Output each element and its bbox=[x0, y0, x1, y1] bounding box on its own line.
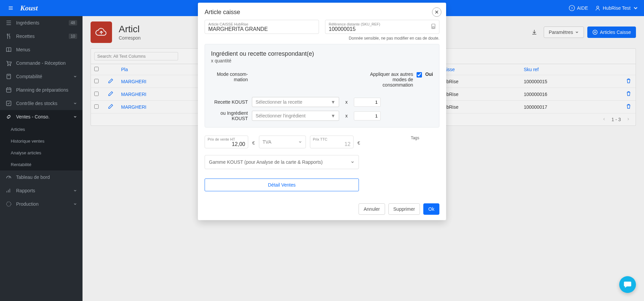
price-ht-field[interactable]: Prix de vente HT 12,00 bbox=[205, 136, 248, 148]
panel-title: Ingrédient ou recette correspondant(e) bbox=[211, 50, 433, 57]
gamme-label: Gamme KOUST (pour Analyse de la carte & … bbox=[209, 159, 323, 165]
close-icon bbox=[435, 10, 439, 14]
apply-yes-label: Oui bbox=[425, 71, 433, 77]
sku-ref-field[interactable]: Référence distante (SKU_REF) 100000015 bbox=[325, 20, 439, 34]
ingredient-label: ou Ingrédient KOUST bbox=[211, 110, 248, 121]
field-label: Référence distante (SKU_REF) bbox=[329, 22, 436, 26]
delete-label: Supprimer bbox=[393, 206, 415, 212]
multiply-symbol: x bbox=[343, 99, 350, 105]
modal-title: Article caisse bbox=[205, 9, 240, 15]
sim-card-icon bbox=[431, 24, 436, 30]
recette-select[interactable]: Sélectionner la recette ▼ bbox=[252, 97, 339, 107]
cancel-button[interactable]: Annuler bbox=[359, 203, 385, 215]
detail-label: Détail Ventes bbox=[268, 182, 296, 188]
tva-label: TVA bbox=[263, 139, 271, 145]
field-label: Prix de vente HT bbox=[208, 137, 245, 141]
field-value: 100000015 bbox=[329, 26, 436, 32]
price-ttc-field: Prix TTC 12 bbox=[310, 136, 354, 148]
multiply-symbol: x bbox=[343, 113, 350, 118]
recette-placeholder: Sélectionner la recette bbox=[256, 99, 302, 105]
currency-symbol: € bbox=[252, 140, 255, 148]
gamme-select[interactable]: Gamme KOUST (pour Analyse de la carte & … bbox=[205, 155, 359, 169]
sku-hint: Donnée sensible, ne pas modifier en cas … bbox=[322, 36, 439, 41]
chat-widget-button[interactable] bbox=[619, 276, 636, 293]
apply-modes-checkbox[interactable] bbox=[417, 72, 422, 78]
tags-label: Tags bbox=[411, 136, 439, 140]
delete-button[interactable]: Supprimer bbox=[388, 203, 420, 215]
ingredient-qty-input[interactable] bbox=[354, 111, 381, 120]
currency-symbol: € bbox=[358, 140, 360, 148]
chat-icon bbox=[623, 280, 632, 289]
ok-button[interactable]: Ok bbox=[423, 203, 439, 215]
modal-backdrop[interactable]: Article caisse Article CAISSE HubRise MA… bbox=[0, 0, 644, 301]
ingredient-select[interactable]: Sélectionner l'ingrédient ▼ bbox=[252, 111, 339, 121]
field-label: Prix TTC bbox=[313, 137, 351, 141]
recette-qty-input[interactable] bbox=[354, 98, 381, 107]
modal: Article caisse Article CAISSE HubRise MA… bbox=[198, 3, 446, 220]
chevron-down-icon bbox=[298, 140, 302, 144]
svg-rect-29 bbox=[433, 27, 434, 28]
field-value: 12 bbox=[313, 141, 351, 147]
field-value: MARGHERITA GRANDE bbox=[208, 26, 315, 32]
ingredient-placeholder: Sélectionner l'ingrédient bbox=[256, 113, 306, 118]
cancel-label: Annuler bbox=[364, 206, 380, 212]
ok-label: Ok bbox=[428, 206, 434, 212]
correspondance-panel: Ingrédient ou recette correspondant(e) x… bbox=[205, 44, 439, 128]
panel-subtitle: x quantité bbox=[211, 58, 433, 63]
mode-label: Mode consom-mation bbox=[211, 71, 248, 82]
recette-label: Recette KOUST bbox=[211, 99, 248, 105]
tva-select[interactable]: TVA bbox=[259, 136, 306, 148]
field-value: 12,00 bbox=[208, 141, 245, 147]
field-label: Article CAISSE HubRise bbox=[208, 22, 315, 26]
modal-close-button[interactable] bbox=[432, 7, 441, 17]
detail-ventes-button[interactable]: Détail Ventes bbox=[205, 179, 359, 191]
article-name-field[interactable]: Article CAISSE HubRise MARGHERITA GRANDE bbox=[205, 20, 319, 34]
apply-label: Appliquer aux autres modes de consommati… bbox=[370, 71, 413, 88]
chevron-down-icon bbox=[351, 160, 355, 164]
